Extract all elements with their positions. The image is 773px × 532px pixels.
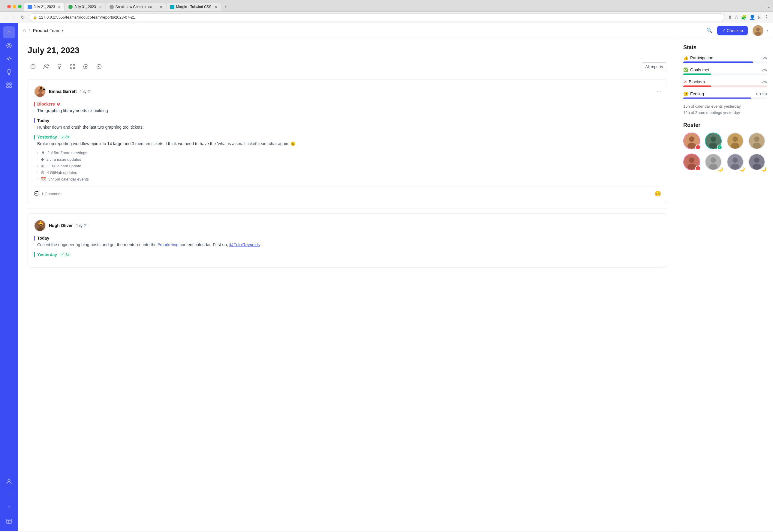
activity-calendar[interactable]: › 📅 3h45m calendar events [37,176,661,182]
topbar-home-icon[interactable]: ⌂ [23,28,26,33]
checkin-button[interactable]: ✓ Check in [717,26,748,35]
sidebar-icon-table[interactable] [3,515,15,527]
toolbar-apps-btn[interactable] [67,61,78,72]
roster-member-7[interactable]: 🌙 [727,154,745,172]
new-tab-button[interactable]: + [221,2,230,11]
reload-button[interactable]: ↻ [19,14,26,21]
roster-moon-6: 🌙 [718,167,723,172]
activity-zoom[interactable]: › 🖥 2h15m Zoom meetings [37,149,661,156]
activity-jira[interactable]: › ◆ 2 Jira issue updates [37,156,661,163]
post-footer-emma: 💬 1 Comment 😊 [34,187,661,197]
hashtag-marketing-link[interactable]: #marketing [158,242,178,247]
emma-author-name: Emma Garrett [49,89,77,94]
roster-badge-alert-1: ! [695,145,701,150]
roster-member-4[interactable] [748,133,766,151]
topbar-separator: / [29,28,30,33]
menu-icon[interactable]: ⋮ [763,14,769,21]
roster-grid: ! ✓ [683,133,767,172]
toolbar-clock-btn[interactable] [28,61,38,72]
all-reports-button[interactable]: All reports [641,62,667,71]
address-bar[interactable]: 🔒 127.0.0.1:5555/teams/product-team/repo… [29,13,725,21]
profile-icon[interactable]: 👤 [749,14,756,21]
sidebar-icon-bulb[interactable] [3,66,15,78]
goals-fill [683,73,711,75]
tab-checkin[interactable]: An all new Check-in dashboar... ✕ [106,3,166,11]
emma-avatar: 🕶 [34,85,46,97]
sidebar-icon-arrow[interactable]: → [3,489,15,501]
share-icon[interactable]: ⬆ [727,14,733,21]
svg-marker-29 [98,66,99,68]
roster-member-1[interactable]: ! [683,133,701,151]
svg-point-18 [44,65,46,67]
participation-fill [683,61,753,63]
roster-member-8[interactable]: 🌙 [748,154,766,172]
feeling-label: Feeling [690,91,704,96]
post-menu-button[interactable]: ··· [657,88,661,95]
tab-close-2[interactable]: ✕ [99,5,102,9]
stat-feeling: 🙂 Feeling 8.1/10 [683,91,767,99]
roster-member-6[interactable]: 🌙 [705,154,723,172]
hugh-yesterday-section: Yesterday ✓ 4x [34,252,661,257]
blockers-stat-label: Blockers [689,79,705,84]
svg-point-9 [8,479,10,482]
extension-icon[interactable]: 🧩 [740,14,748,21]
stats-title: Stats [683,44,767,51]
bookmark-icon[interactable]: ☆ [734,14,739,21]
tab-july31[interactable]: July 31, 2023 ✕ [65,3,105,11]
user-avatar-button[interactable] [753,25,763,36]
window-minimize[interactable] [13,5,16,8]
svg-rect-23 [73,64,75,66]
back-button[interactable]: ‹ [4,14,9,21]
svg-rect-4 [8,74,10,75]
svg-rect-8 [10,86,11,88]
svg-point-50 [754,136,760,142]
sidebar-icon-apps[interactable] [3,79,15,91]
svg-point-54 [688,164,696,170]
user-menu-chevron[interactable]: ▾ [766,28,768,33]
toolbar-forward-btn[interactable] [94,61,104,72]
activity-trello[interactable]: › ⊞ 1 Trello card update [37,163,661,169]
url-text: 127.0.0.1:5555/teams/product-team/report… [39,15,721,19]
sidebar-icon-home[interactable]: ⌂ [3,26,15,38]
goals-value: 2/6 [762,68,767,72]
mention-felix-link[interactable]: @FelixReynolds [229,242,260,247]
topbar-search-button[interactable]: 🔍 [704,25,715,36]
tab-close-3[interactable]: ✕ [160,5,162,9]
sidebar-icon-target[interactable] [3,40,15,52]
roster-member-2[interactable]: ✓ [705,133,723,151]
reaction-button[interactable]: 😊 [655,190,661,197]
toolbar-team-btn[interactable] [41,61,52,72]
window-maximize[interactable] [18,5,22,8]
tab-july21[interactable]: July 21, 2023 ✕ [24,3,64,11]
feed-date-heading: July 21, 2023 [28,46,667,55]
svg-point-56 [711,157,716,163]
topbar: ⌂ / Product Team ▾ 🔍 ✓ Check in ▾ [18,23,773,38]
goals-label: Goals met [690,67,709,72]
svg-rect-21 [59,69,60,69]
roster-member-3[interactable] [727,133,745,151]
sidebar-icon-pulse[interactable] [3,53,15,65]
window-close[interactable] [7,5,11,8]
sidebar-toggle[interactable]: ⊡ [757,14,762,21]
sidebar-icon-user[interactable] [3,476,15,488]
topbar-team-name[interactable]: Product Team ▾ [33,28,64,33]
blockers-label: Blockers ⊘ [34,102,661,106]
feeling-value: 8.1/10 [756,92,767,96]
toolbar-play-btn[interactable] [80,61,91,72]
tab-margin[interactable]: Margin - Tailwind CSS ✕ [166,3,221,11]
tab-favicon-2 [68,5,73,9]
roster-member-5[interactable]: ! [683,154,701,172]
tab-close-4[interactable]: ✕ [214,5,217,9]
tab-close-1[interactable]: ✕ [58,5,61,9]
svg-rect-7 [7,86,8,88]
svg-point-60 [731,164,739,170]
activity-github[interactable]: › ⊙ 4 GitHub updates [37,169,661,176]
svg-point-57 [709,164,718,170]
tab-list-button[interactable]: ⌄ [767,4,771,9]
roster-avatar-img-4 [748,133,765,149]
toolbar-bulb-btn[interactable] [54,61,65,72]
sidebar-icon-help[interactable]: ? [3,502,15,514]
comment-button[interactable]: 💬 1 Comment [34,191,61,196]
forward-button[interactable]: › [11,14,16,21]
svg-point-45 [709,143,718,149]
